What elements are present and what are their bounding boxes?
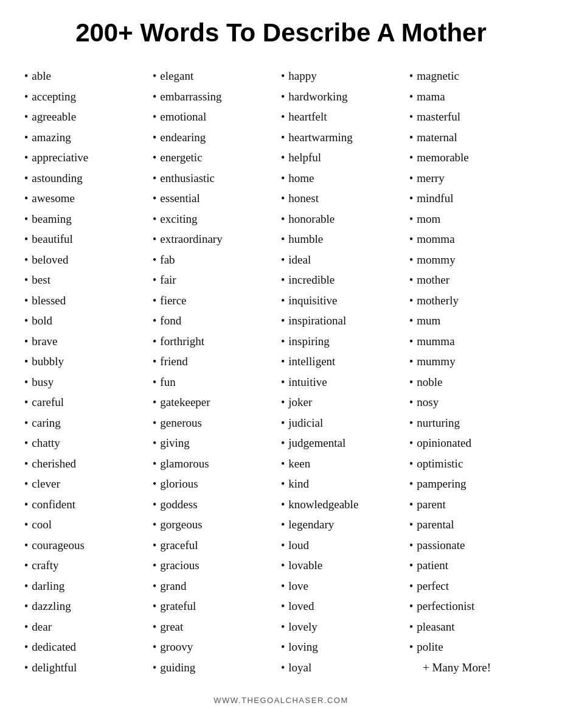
list-item: perfectionist bbox=[409, 596, 538, 617]
list-item: intelligent bbox=[281, 351, 409, 372]
list-item: knowledgeable bbox=[281, 494, 409, 515]
list-item: parental bbox=[409, 514, 538, 535]
list-item: loyal bbox=[281, 657, 409, 678]
list-item: gorgeous bbox=[153, 514, 281, 535]
list-item: inquisitive bbox=[281, 290, 409, 311]
list-item: patient bbox=[409, 555, 538, 576]
list-item: endearing bbox=[153, 127, 281, 148]
list-item: judicial bbox=[281, 413, 409, 433]
list-item: gatekeeper bbox=[153, 392, 281, 413]
list-item: fair bbox=[153, 270, 281, 290]
list-item: grateful bbox=[153, 596, 281, 617]
list-item: dear bbox=[24, 617, 153, 637]
word-list-col2: elegantembarrassingemotionalendearingene… bbox=[153, 66, 281, 677]
list-item: cherished bbox=[24, 453, 153, 474]
list-item: awesome bbox=[24, 188, 153, 209]
list-item: kind bbox=[281, 474, 409, 494]
list-item: intuitive bbox=[281, 372, 409, 393]
list-item: nosy bbox=[409, 392, 538, 413]
list-item: incredible bbox=[281, 270, 409, 290]
list-item: giving bbox=[153, 433, 281, 453]
list-item: happy bbox=[281, 66, 409, 86]
list-item: loud bbox=[281, 535, 409, 556]
list-item: gracious bbox=[153, 555, 281, 576]
list-item: essential bbox=[153, 188, 281, 209]
list-item: mindful bbox=[409, 188, 538, 209]
list-item: bold bbox=[24, 310, 153, 331]
list-item: helpful bbox=[281, 147, 409, 168]
list-item: loving bbox=[281, 637, 409, 657]
list-item: nurturing bbox=[409, 413, 538, 433]
list-item: chatty bbox=[24, 433, 153, 453]
list-item: delightful bbox=[24, 657, 153, 678]
list-item: merry bbox=[409, 168, 538, 189]
list-item: home bbox=[281, 168, 409, 189]
list-item: groovy bbox=[153, 637, 281, 657]
list-item: beaming bbox=[24, 209, 153, 229]
list-item: mama bbox=[409, 86, 538, 107]
list-item: loved bbox=[281, 596, 409, 617]
list-item: inspiring bbox=[281, 331, 409, 352]
column-col2: elegantembarrassingemotionalendearingene… bbox=[153, 66, 281, 677]
list-item: mommy bbox=[409, 250, 538, 270]
list-item: honest bbox=[281, 188, 409, 209]
word-columns: ableacceptingagreeableamazingappreciativ… bbox=[24, 66, 538, 677]
list-item: bubbly bbox=[24, 351, 153, 372]
list-item: embarrassing bbox=[153, 86, 281, 107]
list-item: polite bbox=[409, 637, 538, 657]
list-item: ideal bbox=[281, 250, 409, 270]
footer-url: WWW.THEGOALCHASER.COM bbox=[213, 696, 348, 705]
list-item: maternal bbox=[409, 127, 538, 148]
column-col4: magneticmamamasterfulmaternalmemorableme… bbox=[409, 66, 538, 677]
page-title: 200+ Words To Describe A Mother bbox=[75, 18, 487, 47]
list-item: humble bbox=[281, 229, 409, 250]
list-item: dazzling bbox=[24, 596, 153, 617]
list-item: magnetic bbox=[409, 66, 538, 86]
list-item: glorious bbox=[153, 474, 281, 494]
list-item: motherly bbox=[409, 290, 538, 311]
list-item: fab bbox=[153, 250, 281, 270]
list-item: fierce bbox=[153, 290, 281, 311]
list-item: mum bbox=[409, 310, 538, 331]
list-item: inspirational bbox=[281, 310, 409, 331]
list-item: graceful bbox=[153, 535, 281, 556]
list-item: elegant bbox=[153, 66, 281, 86]
word-list-col4: magneticmamamasterfulmaternalmemorableme… bbox=[409, 66, 538, 657]
list-item: fun bbox=[153, 372, 281, 393]
list-item: grand bbox=[153, 576, 281, 597]
list-item: momma bbox=[409, 229, 538, 250]
list-item: mother bbox=[409, 270, 538, 290]
word-list-col1: ableacceptingagreeableamazingappreciativ… bbox=[24, 66, 153, 677]
list-item: enthusiastic bbox=[153, 168, 281, 189]
list-item: dedicated bbox=[24, 637, 153, 657]
list-item: courageous bbox=[24, 535, 153, 556]
list-item: love bbox=[281, 576, 409, 597]
list-item: fond bbox=[153, 310, 281, 331]
more-text: + Many More! bbox=[409, 657, 538, 677]
list-item: honorable bbox=[281, 209, 409, 229]
list-item: great bbox=[153, 617, 281, 637]
list-item: heartfelt bbox=[281, 107, 409, 127]
list-item: confident bbox=[24, 494, 153, 515]
list-item: cool bbox=[24, 514, 153, 535]
word-list-col3: happyhardworkingheartfeltheartwarminghel… bbox=[281, 66, 409, 677]
list-item: opinionated bbox=[409, 433, 538, 453]
list-item: friend bbox=[153, 351, 281, 372]
list-item: blessed bbox=[24, 290, 153, 311]
list-item: goddess bbox=[153, 494, 281, 515]
column-col1: ableacceptingagreeableamazingappreciativ… bbox=[24, 66, 153, 677]
list-item: memorable bbox=[409, 147, 538, 168]
list-item: best bbox=[24, 270, 153, 290]
list-item: mumma bbox=[409, 331, 538, 352]
list-item: exciting bbox=[153, 209, 281, 229]
list-item: legendary bbox=[281, 514, 409, 535]
list-item: appreciative bbox=[24, 147, 153, 168]
list-item: caring bbox=[24, 413, 153, 433]
list-item: masterful bbox=[409, 107, 538, 127]
list-item: noble bbox=[409, 372, 538, 393]
list-item: glamorous bbox=[153, 453, 281, 474]
list-item: lovable bbox=[281, 555, 409, 576]
list-item: accepting bbox=[24, 86, 153, 107]
list-item: keen bbox=[281, 453, 409, 474]
list-item: hardworking bbox=[281, 86, 409, 107]
